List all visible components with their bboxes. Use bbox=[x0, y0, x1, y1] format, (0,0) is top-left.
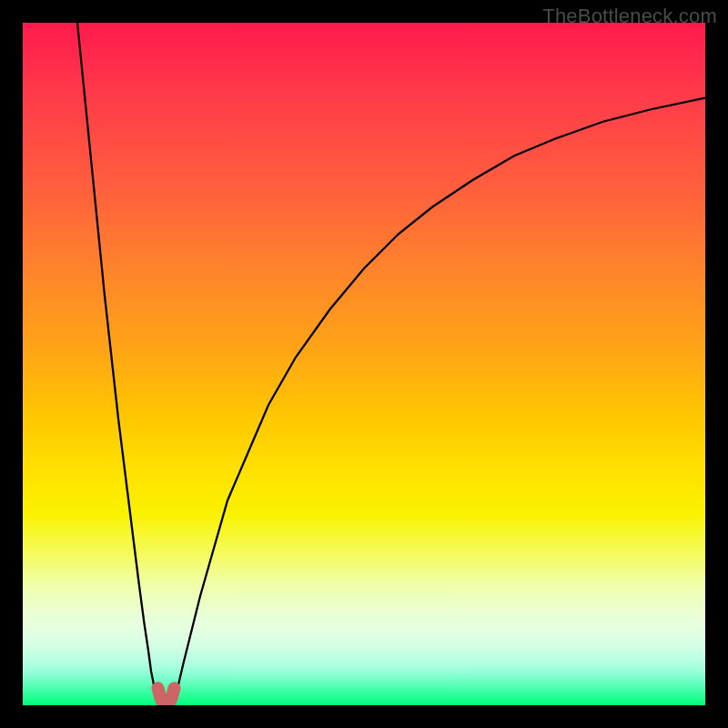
valley-marker-shape bbox=[158, 688, 175, 705]
chart-canvas: TheBottleneck.com bbox=[0, 0, 728, 728]
left-branch-curve bbox=[77, 23, 159, 705]
watermark-text: TheBottleneck.com bbox=[542, 5, 717, 28]
right-branch-curve bbox=[173, 98, 705, 706]
plot-area bbox=[23, 23, 705, 705]
curve-layer bbox=[23, 23, 705, 705]
